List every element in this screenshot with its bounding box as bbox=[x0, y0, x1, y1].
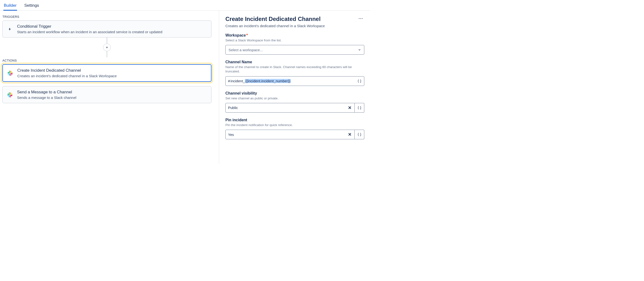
clear-button[interactable]: ✕ bbox=[348, 132, 352, 137]
slack-icon bbox=[7, 92, 13, 98]
channel-name-input[interactable]: # incident_{{incident.incident_number}} bbox=[226, 76, 364, 86]
field-help: Select a Slack Workspace from the list. bbox=[226, 38, 364, 43]
variable-token: {{incident.incident_number}} bbox=[245, 79, 291, 83]
field-pin: Pin incident Pin the incident notificati… bbox=[226, 118, 364, 139]
visibility-value: Public bbox=[228, 106, 238, 110]
field-channel-name: Channel Name Name of the channel to crea… bbox=[226, 60, 364, 86]
pin-value: Yes bbox=[228, 133, 234, 137]
insert-variable-button[interactable] bbox=[357, 78, 362, 84]
channel-name-value: incident_{{incident.incident_number}} bbox=[230, 79, 357, 83]
add-step-button[interactable] bbox=[103, 44, 111, 51]
field-label: Channel Name bbox=[226, 60, 364, 64]
trigger-sub: Starts an incident workflow when an inci… bbox=[17, 30, 162, 34]
field-label: Pin incident bbox=[226, 118, 364, 122]
field-help: Set new channel as public or private. bbox=[226, 96, 364, 101]
field-visibility: Channel visibility Set new channel as pu… bbox=[226, 91, 364, 113]
more-menu-button[interactable] bbox=[357, 15, 364, 23]
tab-builder[interactable]: Builder bbox=[3, 3, 17, 10]
panel-sub: Creates an incident's dedicated channel … bbox=[226, 24, 364, 28]
action-sub: Sends a message to a Slack channel bbox=[17, 96, 76, 100]
action-card-create-channel[interactable]: Create Incident Dedicated Channel Create… bbox=[2, 64, 212, 82]
action-card-send-message[interactable]: Send a Message to a Channel Sends a mess… bbox=[2, 86, 212, 103]
svg-point-0 bbox=[359, 18, 360, 19]
field-label: Channel visibility bbox=[226, 91, 364, 96]
field-workspace: Workspace* Select a Slack Workspace from… bbox=[226, 33, 364, 55]
trigger-title: Conditional Trigger bbox=[17, 24, 162, 29]
panel-title: Create Incident Dedicated Channel bbox=[226, 16, 320, 22]
action-title: Create Incident Dedicated Channel bbox=[17, 68, 117, 73]
field-help: Pin the incident notification for quick … bbox=[226, 123, 364, 127]
insert-variable-button[interactable] bbox=[355, 103, 364, 113]
action-sub: Creates an incident's dedicated channel … bbox=[17, 74, 117, 78]
select-placeholder: Select a workspace... bbox=[228, 48, 263, 52]
svg-point-1 bbox=[360, 18, 361, 19]
details-panel: Create Incident Dedicated Channel Create… bbox=[219, 11, 370, 164]
tab-settings[interactable]: Settings bbox=[24, 3, 40, 10]
section-label-actions: ACTIONS bbox=[2, 59, 216, 62]
hash-prefix: # bbox=[228, 79, 230, 83]
slack-icon bbox=[7, 70, 13, 76]
chevron-down-icon bbox=[358, 48, 361, 52]
trigger-card[interactable]: Conditional Trigger Starts an incident w… bbox=[2, 21, 212, 38]
workspace-select[interactable]: Select a workspace... bbox=[226, 45, 364, 55]
insert-variable-button[interactable] bbox=[355, 130, 364, 139]
visibility-select[interactable]: Public ✕ bbox=[226, 103, 355, 113]
pin-select[interactable]: Yes ✕ bbox=[226, 130, 355, 139]
connector bbox=[2, 38, 212, 57]
action-title: Send a Message to a Channel bbox=[17, 90, 76, 95]
field-label: Workspace* bbox=[226, 33, 364, 38]
bolt-icon bbox=[7, 26, 13, 32]
clear-button[interactable]: ✕ bbox=[348, 105, 352, 110]
section-label-triggers: TRIGGERS bbox=[2, 15, 216, 19]
tabs-bar: Builder Settings bbox=[0, 0, 370, 11]
workflow-canvas: TRIGGERS Conditional Trigger Starts an i… bbox=[0, 11, 219, 164]
svg-point-2 bbox=[362, 18, 363, 19]
required-indicator: * bbox=[246, 33, 248, 37]
field-help: Name of the channel to create in Slack. … bbox=[226, 65, 364, 74]
